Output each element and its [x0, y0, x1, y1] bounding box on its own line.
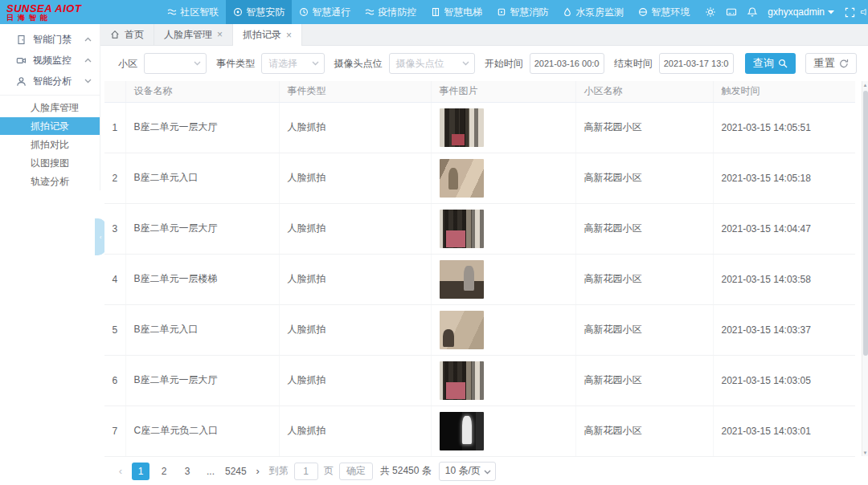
event-thumbnail[interactable] — [440, 361, 484, 400]
topnav-item-label: 智慧通行 — [312, 6, 350, 19]
chevron-down-icon — [484, 470, 491, 475]
bell-icon[interactable] — [742, 6, 763, 18]
tab[interactable]: 抓拍记录 × — [233, 24, 302, 46]
event-image-cell — [431, 153, 575, 203]
page-button[interactable]: 3 — [178, 463, 196, 480]
event-type-cell: 人脸抓拍 — [279, 102, 431, 153]
scrollbar-thumb[interactable] — [863, 91, 868, 356]
event-thumbnail[interactable] — [440, 159, 484, 198]
tab-label: 抓拍记录 — [243, 28, 281, 42]
column-header: 触发时间 — [713, 81, 855, 102]
table-row[interactable]: 6 B座二单元一层大厅 人脸抓拍 高新花园小区 2021-03-15 14:03… — [104, 355, 855, 406]
column-header: 事件类型 — [279, 81, 431, 102]
topnav-item[interactable]: 水泵房监测 — [555, 0, 631, 24]
topnav-item-label: 智慧消防 — [510, 6, 548, 19]
end-time-input[interactable] — [659, 53, 734, 74]
user-menu[interactable]: gxhyxqadmin — [763, 6, 839, 18]
page-size-value: 10 条/页 — [445, 464, 481, 478]
community-select[interactable] — [144, 53, 207, 74]
event-thumbnail[interactable] — [440, 108, 484, 147]
device-name-cell: B座二单元一层大厅 — [125, 203, 279, 254]
table-body: 1 B座二单元一层大厅 人脸抓拍 高新花园小区 2021-03-15 14:05… — [104, 102, 855, 456]
chevron-icon — [84, 37, 92, 42]
capture-records-table: 设备名称事件类型事件图片小区名称触发时间 1 B座二单元一层大厅 人脸抓拍 高新… — [104, 81, 857, 457]
app-logo: SUNSEA AIOT 日海智能 — [0, 3, 103, 22]
page-button[interactable]: 1 — [132, 463, 149, 480]
table-row[interactable]: 3 B座二单元一层大厅 人脸抓拍 高新花园小区 2021-03-15 14:04… — [104, 203, 855, 254]
event-thumbnail[interactable] — [440, 311, 484, 349]
trigger-time-cell: 2021-03-15 14:03:05 — [713, 355, 855, 406]
topnav-item[interactable]: 疫情防控 — [358, 0, 424, 24]
clipped-edge-icon[interactable] — [860, 6, 868, 18]
fullscreen-icon[interactable] — [839, 7, 860, 18]
community-filter-label: 小区 — [118, 57, 137, 71]
table-scrollbar[interactable]: ▲ ▼ — [862, 81, 868, 456]
sidebar-item[interactable]: 轨迹分析 — [0, 173, 100, 190]
tab-label: 首页 — [125, 28, 144, 42]
card-icon[interactable] — [721, 6, 742, 18]
tab-label: 人脸库管理 — [164, 28, 212, 42]
close-icon[interactable]: × — [217, 30, 223, 39]
tab[interactable]: 首页 — [100, 24, 154, 45]
reset-button[interactable]: 重置 — [805, 53, 857, 74]
event-thumbnail[interactable] — [440, 260, 484, 299]
confirm-button[interactable]: 确定 — [339, 463, 373, 480]
scroll-down-arrow[interactable]: ▼ — [862, 449, 868, 456]
start-time-input[interactable] — [530, 53, 604, 74]
gear-icon[interactable] — [700, 6, 721, 18]
table-row[interactable]: 2 B座二单元入口 人脸抓拍 高新花园小区 2021-03-15 14:05:1… — [104, 153, 855, 203]
chevron-icon — [84, 79, 92, 84]
jump-page-input[interactable] — [294, 463, 318, 480]
row-index: 1 — [104, 102, 125, 153]
sidebar-item[interactable]: 以图搜图 — [0, 154, 100, 172]
tab[interactable]: 人脸库管理 × — [154, 24, 233, 45]
sidebar-group[interactable]: 视频监控 — [0, 50, 100, 71]
sidebar-group-label: 智能门禁 — [33, 33, 72, 47]
device-name-cell: B座二单元一层大厅 — [125, 355, 279, 406]
event-thumbnail[interactable] — [440, 412, 484, 450]
page-button[interactable]: 2 — [155, 463, 173, 480]
page-button[interactable]: 5245 — [225, 463, 247, 480]
trigger-time-cell: 2021-03-15 14:03:37 — [713, 304, 855, 355]
table-row[interactable]: 4 B座二单元一层楼梯 人脸抓拍 高新花园小区 2021-03-15 14:03… — [104, 254, 855, 304]
camera-placeholder: 摄像头点位 — [396, 57, 444, 71]
sidebar-item[interactable]: 抓拍记录 — [0, 117, 100, 135]
fire-icon — [497, 7, 506, 17]
tab-bar: 首页 人脸库管理 × 抓拍记录 × — [100, 24, 868, 46]
refresh-icon — [839, 59, 849, 68]
logo-subtext: 日海智能 — [6, 14, 103, 22]
end-time-label: 结束时间 — [614, 57, 653, 71]
topnav-item[interactable]: 智慧环境 — [631, 0, 697, 24]
page-ellipsis[interactable]: ... — [202, 463, 219, 480]
row-index: 3 — [104, 203, 125, 254]
sidebar-group[interactable]: 智能分析 — [0, 71, 100, 92]
device-name-cell: B座二单元入口 — [125, 153, 279, 203]
table-row[interactable]: 7 C座二单元负二入口 人脸抓拍 高新花园小区 2021-03-15 14:03… — [104, 406, 855, 456]
topnav-item[interactable]: 智慧消防 — [489, 0, 555, 24]
row-index: 6 — [104, 355, 125, 406]
topnav-item-label: 智慧电梯 — [444, 6, 482, 19]
trigger-time-cell: 2021-03-15 14:03:58 — [713, 254, 855, 304]
next-page-arrow[interactable]: › — [252, 465, 264, 477]
sidebar-item[interactable]: 抓拍对比 — [0, 136, 100, 153]
topnav-item[interactable]: 智慧通行 — [292, 0, 358, 24]
topnav-item[interactable]: 社区智联 — [160, 0, 226, 24]
event-type-select[interactable]: 请选择 — [261, 53, 324, 74]
topnav-item[interactable]: 智慧安防 — [226, 0, 292, 24]
chevron-down-icon — [462, 61, 469, 66]
page-size-select[interactable]: 10 条/页 — [439, 462, 496, 481]
camera-select[interactable]: 摄像头点位 — [389, 53, 475, 74]
device-name-cell: B座二单元一层楼梯 — [125, 254, 279, 304]
topnav-item[interactable]: 智慧电梯 — [424, 0, 489, 24]
topnav-item-label: 水泵房监测 — [575, 6, 624, 19]
sidebar-item[interactable]: 人脸库管理 — [0, 99, 100, 116]
scroll-up-arrow[interactable]: ▲ — [862, 81, 868, 88]
table-row[interactable]: 5 B座二单元入口 人脸抓拍 高新花园小区 2021-03-15 14:03:3… — [104, 304, 855, 355]
close-icon[interactable]: × — [286, 31, 292, 40]
prev-page-arrow[interactable]: ‹ — [115, 465, 126, 477]
sidebar-group[interactable]: 智能门禁 — [0, 29, 100, 50]
event-thumbnail[interactable] — [440, 210, 484, 248]
event-image-cell — [431, 406, 575, 456]
search-button[interactable]: 查询 — [745, 53, 796, 74]
table-row[interactable]: 1 B座二单元一层大厅 人脸抓拍 高新花园小区 2021-03-15 14:05… — [104, 102, 855, 153]
